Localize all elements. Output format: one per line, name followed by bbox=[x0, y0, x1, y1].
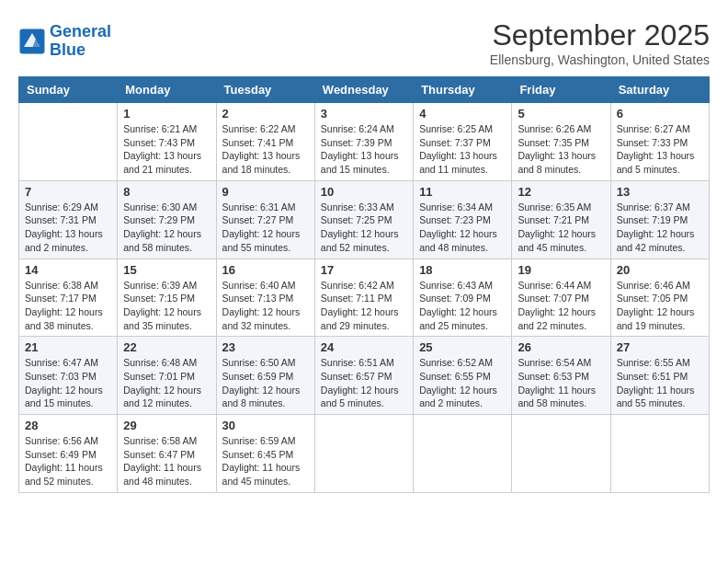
day-header-saturday: Saturday bbox=[610, 77, 709, 103]
day-number: 29 bbox=[123, 419, 210, 432]
calendar-header-row: SundayMondayTuesdayWednesdayThursdayFrid… bbox=[19, 77, 710, 103]
calendar-cell: 22Sunrise: 6:48 AMSunset: 7:01 PMDayligh… bbox=[118, 337, 216, 415]
day-info: Sunrise: 6:39 AMSunset: 7:15 PMDaylight:… bbox=[123, 279, 210, 333]
day-info: Sunrise: 6:40 AMSunset: 7:13 PMDaylight:… bbox=[222, 279, 309, 333]
day-info: Sunrise: 6:37 AMSunset: 7:19 PMDaylight:… bbox=[617, 201, 703, 255]
title-block: September 2025 Ellensburg, Washington, U… bbox=[490, 18, 710, 67]
day-info: Sunrise: 6:34 AMSunset: 7:23 PMDaylight:… bbox=[419, 201, 506, 255]
calendar-cell: 24Sunrise: 6:51 AMSunset: 6:57 PMDayligh… bbox=[314, 337, 413, 415]
day-info: Sunrise: 6:35 AMSunset: 7:21 PMDaylight:… bbox=[518, 201, 604, 255]
day-info: Sunrise: 6:29 AMSunset: 7:31 PMDaylight:… bbox=[25, 201, 111, 255]
day-number: 23 bbox=[222, 340, 309, 354]
day-number: 17 bbox=[321, 263, 407, 277]
day-header-thursday: Thursday bbox=[414, 77, 512, 103]
calendar-cell bbox=[414, 415, 512, 493]
day-info: Sunrise: 6:52 AMSunset: 6:55 PMDaylight:… bbox=[419, 356, 506, 410]
calendar-cell: 5Sunrise: 6:26 AMSunset: 7:35 PMDaylight… bbox=[512, 103, 610, 181]
calendar-cell bbox=[314, 415, 413, 493]
calendar-table: SundayMondayTuesdayWednesdayThursdayFrid… bbox=[18, 76, 710, 493]
calendar-cell: 23Sunrise: 6:50 AMSunset: 6:59 PMDayligh… bbox=[216, 337, 314, 415]
calendar-cell bbox=[610, 415, 709, 493]
calendar-cell: 8Sunrise: 6:30 AMSunset: 7:29 PMDaylight… bbox=[118, 180, 216, 259]
calendar-cell: 4Sunrise: 6:25 AMSunset: 7:37 PMDaylight… bbox=[414, 103, 512, 181]
day-number: 6 bbox=[617, 107, 703, 121]
logo-line2: Blue bbox=[50, 40, 85, 59]
day-number: 30 bbox=[222, 419, 309, 432]
calendar-cell: 19Sunrise: 6:44 AMSunset: 7:07 PMDayligh… bbox=[512, 259, 610, 337]
day-info: Sunrise: 6:43 AMSunset: 7:09 PMDaylight:… bbox=[419, 279, 506, 333]
day-info: Sunrise: 6:26 AMSunset: 7:35 PMDaylight:… bbox=[518, 122, 604, 177]
day-header-sunday: Sunday bbox=[19, 77, 118, 103]
calendar-cell: 14Sunrise: 6:38 AMSunset: 7:17 PMDayligh… bbox=[19, 259, 118, 337]
calendar-cell bbox=[19, 103, 118, 181]
day-number: 26 bbox=[518, 340, 604, 354]
calendar-cell: 30Sunrise: 6:59 AMSunset: 6:45 PMDayligh… bbox=[216, 415, 314, 493]
calendar-cell: 3Sunrise: 6:24 AMSunset: 7:39 PMDaylight… bbox=[314, 103, 413, 181]
logo-icon bbox=[18, 28, 46, 55]
day-info: Sunrise: 6:38 AMSunset: 7:17 PMDaylight:… bbox=[25, 279, 111, 333]
day-info: Sunrise: 6:42 AMSunset: 7:11 PMDaylight:… bbox=[321, 279, 407, 333]
calendar-cell: 27Sunrise: 6:55 AMSunset: 6:51 PMDayligh… bbox=[610, 337, 709, 415]
calendar-cell: 11Sunrise: 6:34 AMSunset: 7:23 PMDayligh… bbox=[414, 180, 512, 259]
calendar-cell: 29Sunrise: 6:58 AMSunset: 6:47 PMDayligh… bbox=[118, 415, 216, 493]
location-subtitle: Ellensburg, Washington, United States bbox=[490, 52, 710, 67]
calendar-cell: 10Sunrise: 6:33 AMSunset: 7:25 PMDayligh… bbox=[314, 180, 413, 259]
calendar-cell: 12Sunrise: 6:35 AMSunset: 7:21 PMDayligh… bbox=[512, 180, 610, 259]
calendar-week-4: 21Sunrise: 6:47 AMSunset: 7:03 PMDayligh… bbox=[19, 337, 710, 415]
day-info: Sunrise: 6:55 AMSunset: 6:51 PMDaylight:… bbox=[617, 356, 703, 410]
day-info: Sunrise: 6:33 AMSunset: 7:25 PMDaylight:… bbox=[321, 201, 407, 255]
day-info: Sunrise: 6:22 AMSunset: 7:41 PMDaylight:… bbox=[222, 122, 309, 177]
calendar-cell: 13Sunrise: 6:37 AMSunset: 7:19 PMDayligh… bbox=[610, 180, 709, 259]
calendar-cell: 6Sunrise: 6:27 AMSunset: 7:33 PMDaylight… bbox=[610, 103, 709, 181]
calendar-cell: 21Sunrise: 6:47 AMSunset: 7:03 PMDayligh… bbox=[19, 337, 118, 415]
day-number: 22 bbox=[123, 340, 210, 354]
day-number: 12 bbox=[518, 185, 604, 199]
calendar-cell: 25Sunrise: 6:52 AMSunset: 6:55 PMDayligh… bbox=[414, 337, 512, 415]
day-info: Sunrise: 6:56 AMSunset: 6:49 PMDaylight:… bbox=[25, 434, 111, 488]
calendar-cell: 15Sunrise: 6:39 AMSunset: 7:15 PMDayligh… bbox=[118, 259, 216, 337]
day-info: Sunrise: 6:50 AMSunset: 6:59 PMDaylight:… bbox=[222, 356, 309, 410]
day-number: 25 bbox=[419, 340, 506, 354]
day-number: 20 bbox=[617, 263, 703, 277]
day-number: 2 bbox=[222, 107, 309, 121]
day-number: 7 bbox=[25, 185, 111, 199]
calendar-cell: 9Sunrise: 6:31 AMSunset: 7:27 PMDaylight… bbox=[216, 180, 314, 259]
day-info: Sunrise: 6:48 AMSunset: 7:01 PMDaylight:… bbox=[123, 356, 210, 410]
calendar-cell: 2Sunrise: 6:22 AMSunset: 7:41 PMDaylight… bbox=[216, 103, 314, 181]
day-number: 9 bbox=[222, 185, 309, 199]
day-number: 16 bbox=[222, 263, 309, 277]
day-info: Sunrise: 6:51 AMSunset: 6:57 PMDaylight:… bbox=[321, 356, 407, 410]
day-number: 10 bbox=[321, 185, 407, 199]
logo: General Blue bbox=[18, 23, 111, 60]
page-header: General Blue September 2025 Ellensburg, … bbox=[18, 18, 710, 67]
day-info: Sunrise: 6:31 AMSunset: 7:27 PMDaylight:… bbox=[222, 201, 309, 255]
day-info: Sunrise: 6:30 AMSunset: 7:29 PMDaylight:… bbox=[123, 201, 210, 255]
month-title: September 2025 bbox=[490, 18, 710, 52]
day-number: 18 bbox=[419, 263, 506, 277]
logo-text: General Blue bbox=[50, 23, 111, 60]
day-number: 1 bbox=[123, 107, 210, 121]
day-number: 5 bbox=[518, 107, 604, 121]
calendar-cell: 7Sunrise: 6:29 AMSunset: 7:31 PMDaylight… bbox=[19, 180, 118, 259]
day-info: Sunrise: 6:21 AMSunset: 7:43 PMDaylight:… bbox=[123, 122, 210, 177]
day-info: Sunrise: 6:59 AMSunset: 6:45 PMDaylight:… bbox=[222, 434, 309, 488]
calendar-cell: 20Sunrise: 6:46 AMSunset: 7:05 PMDayligh… bbox=[610, 259, 709, 337]
day-info: Sunrise: 6:54 AMSunset: 6:53 PMDaylight:… bbox=[518, 356, 604, 410]
day-info: Sunrise: 6:47 AMSunset: 7:03 PMDaylight:… bbox=[25, 356, 111, 410]
day-number: 14 bbox=[25, 263, 111, 277]
calendar-week-1: 1Sunrise: 6:21 AMSunset: 7:43 PMDaylight… bbox=[19, 103, 710, 181]
calendar-cell bbox=[512, 415, 610, 493]
day-number: 24 bbox=[321, 340, 407, 354]
calendar-cell: 17Sunrise: 6:42 AMSunset: 7:11 PMDayligh… bbox=[314, 259, 413, 337]
calendar-cell: 18Sunrise: 6:43 AMSunset: 7:09 PMDayligh… bbox=[414, 259, 512, 337]
day-info: Sunrise: 6:58 AMSunset: 6:47 PMDaylight:… bbox=[123, 434, 210, 488]
calendar-week-3: 14Sunrise: 6:38 AMSunset: 7:17 PMDayligh… bbox=[19, 259, 710, 337]
day-number: 28 bbox=[25, 419, 111, 432]
day-number: 3 bbox=[321, 107, 407, 121]
day-header-tuesday: Tuesday bbox=[216, 77, 314, 103]
day-number: 19 bbox=[518, 263, 604, 277]
day-header-friday: Friday bbox=[512, 77, 610, 103]
logo-line1: General bbox=[50, 22, 111, 40]
day-number: 11 bbox=[419, 185, 506, 199]
day-info: Sunrise: 6:25 AMSunset: 7:37 PMDaylight:… bbox=[419, 122, 506, 177]
